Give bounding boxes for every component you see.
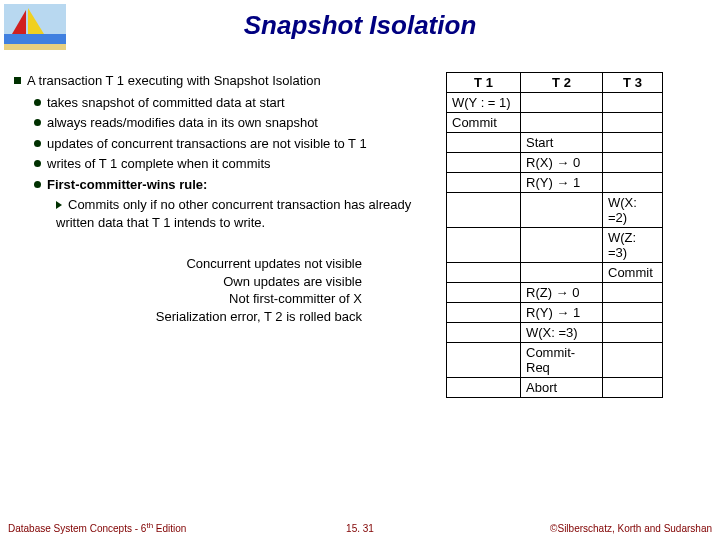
col-header: T 3	[603, 73, 663, 93]
svg-rect-2	[4, 44, 66, 50]
item-text: takes snapshot of committed data at star…	[47, 95, 285, 110]
rule-detail: Commits only if no other concurrent tran…	[56, 197, 411, 230]
note-line: Concurrent updates not visible	[14, 255, 362, 273]
col-header: T 2	[521, 73, 603, 93]
table-row: Commit-Req	[447, 343, 663, 378]
circle-bullet-icon	[34, 160, 41, 167]
bullet-content: A transaction T 1 executing with Snapsho…	[14, 72, 432, 326]
svg-rect-1	[4, 34, 66, 44]
table-row: Commit	[447, 263, 663, 283]
circle-bullet-icon	[34, 99, 41, 106]
table-row: W(X: =3)	[447, 323, 663, 343]
footer-left: Database System Concepts - 6th Edition	[8, 521, 186, 534]
table-row: R(X) → 0	[447, 153, 663, 173]
note-line: Not first-committer of X	[14, 290, 362, 308]
square-bullet-icon	[14, 77, 21, 84]
table-row: Commit	[447, 113, 663, 133]
slide-title: Snapshot Isolation	[0, 0, 720, 41]
note-line: Own updates are visible	[14, 273, 362, 291]
col-header: T 1	[447, 73, 521, 93]
transaction-table: T 1 T 2 T 3 W(Y : = 1) Commit Start R(X)…	[446, 72, 663, 398]
table-row: R(Y) → 1	[447, 303, 663, 323]
triangle-bullet-icon	[56, 201, 62, 209]
item-text: writes of T 1 complete when it commits	[47, 156, 271, 171]
table-row: R(Z) → 0	[447, 283, 663, 303]
intro-text: A transaction T 1 executing with Snapsho…	[27, 73, 321, 88]
note-line: Serialization error, T 2 is rolled back	[14, 308, 362, 326]
circle-bullet-icon	[34, 140, 41, 147]
circle-bullet-icon	[34, 181, 41, 188]
circle-bullet-icon	[34, 119, 41, 126]
table-row: W(Y : = 1)	[447, 93, 663, 113]
table-row: W(Z: =3)	[447, 228, 663, 263]
footer-center: 15. 31	[346, 523, 374, 534]
sailboat-logo	[4, 4, 66, 50]
item-text: First-committer-wins rule:	[47, 177, 207, 192]
item-text: updates of concurrent transactions are n…	[47, 136, 367, 151]
summary-notes: Concurrent updates not visible Own updat…	[14, 255, 432, 325]
table-row: W(X: =2)	[447, 193, 663, 228]
footer-right: ©Silberschatz, Korth and Sudarshan	[550, 523, 712, 534]
table-row: Abort	[447, 378, 663, 398]
table-row: Start	[447, 133, 663, 153]
table-row: R(Y) → 1	[447, 173, 663, 193]
item-text: always reads/modifies data in its own sn…	[47, 115, 318, 130]
